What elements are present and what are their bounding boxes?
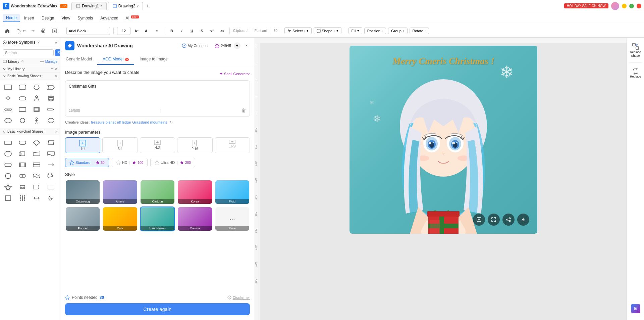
menu-symbols[interactable]: Symbols xyxy=(74,14,96,22)
tab-drawing2[interactable]: Drawing2 × xyxy=(108,2,143,10)
strikethrough-button[interactable]: S xyxy=(198,27,206,35)
select-dropdown[interactable]: Select ↓ ▾ xyxy=(284,27,312,34)
undo-button[interactable]: ↩ xyxy=(14,27,28,35)
close-ai-panel-button[interactable]: × xyxy=(243,42,250,49)
italic-button[interactable]: I xyxy=(178,27,186,35)
ratio-16-9[interactable]: 16:9 xyxy=(215,137,250,153)
add-credits-button[interactable]: + xyxy=(234,42,240,49)
fc-pill[interactable] xyxy=(16,171,29,181)
collapse-sidebar-button[interactable]: « xyxy=(55,40,57,45)
create-again-button[interactable]: Create again xyxy=(65,303,250,315)
ratio-9-16[interactable]: 9:16 xyxy=(177,137,212,153)
spell-generator-button[interactable]: ✦ Spell Generator xyxy=(219,71,250,76)
shape-stick-figure[interactable] xyxy=(31,116,43,126)
fc-angular[interactable] xyxy=(31,182,43,192)
holiday-badge[interactable]: HOLIDAY SALE ON NOW xyxy=(564,3,608,8)
idea-elf-ledge[interactable]: elf ledge xyxy=(117,120,131,124)
menu-insert[interactable]: Insert xyxy=(21,14,38,22)
shape-bracket-rect[interactable] xyxy=(31,104,43,115)
shape-ellipse[interactable] xyxy=(2,116,14,126)
shape-cylinder[interactable] xyxy=(45,93,57,103)
fc-diamond[interactable] xyxy=(31,138,43,148)
superscript-button[interactable]: x² xyxy=(208,27,216,35)
position-dropdown[interactable]: Position ↓ xyxy=(364,28,386,34)
idea-grassland[interactable]: Grassland mountains xyxy=(132,120,167,124)
idea-treasure-planet[interactable]: treasure planet xyxy=(91,120,115,124)
fc-arrows[interactable] xyxy=(31,193,43,203)
shape-diamond-sm[interactable] xyxy=(2,93,14,103)
redo-button[interactable]: ↪ xyxy=(30,28,37,34)
style-hand-drawn[interactable]: Hand drawn xyxy=(140,207,175,231)
home-button[interactable] xyxy=(3,27,12,35)
style-more[interactable]: ··· More xyxy=(215,207,250,231)
style-cute[interactable]: Cute xyxy=(102,207,138,231)
decrease-font-button[interactable]: A- xyxy=(143,27,151,35)
subscript-button[interactable]: x₂ xyxy=(218,27,226,35)
shape-rounded-rect2[interactable] xyxy=(16,93,29,103)
style-portrait[interactable]: Portrait xyxy=(65,207,100,231)
shape-person[interactable] xyxy=(31,93,43,103)
user-avatar[interactable] xyxy=(611,2,619,10)
clear-prompt-button[interactable]: 🗑 xyxy=(241,108,246,113)
style-xianxia[interactable]: Xianxia xyxy=(177,207,212,231)
fc-star[interactable] xyxy=(2,182,14,192)
fc-square[interactable] xyxy=(2,193,14,203)
save-to-shape-button[interactable] xyxy=(473,214,485,226)
ratio-3-4[interactable]: 3:4 xyxy=(102,137,138,153)
menu-advanced[interactable]: Advanced xyxy=(97,14,121,22)
shape-hexagon[interactable] xyxy=(31,82,43,92)
fc-double-rect[interactable] xyxy=(45,182,57,192)
align-button[interactable]: ≡ xyxy=(153,27,161,35)
tab-close-drawing1[interactable]: × xyxy=(100,4,102,8)
increase-font-button[interactable]: A+ xyxy=(132,27,141,35)
bold-button[interactable]: B xyxy=(168,27,176,35)
ratio-4-3[interactable]: 4:3 xyxy=(140,137,175,153)
quality-ultra-hd[interactable]: Ultra HD | 200 xyxy=(150,158,195,167)
style-origin-acg[interactable]: Origin-acg xyxy=(65,180,100,204)
fc-paper[interactable] xyxy=(31,160,43,170)
fc-brace[interactable] xyxy=(16,193,29,203)
fc-arrow[interactable] xyxy=(45,160,57,170)
fill-dropdown[interactable]: Fill ▾ xyxy=(348,27,362,34)
maximize-button[interactable] xyxy=(629,4,634,8)
new-tab-button[interactable]: + xyxy=(144,3,151,9)
shape-rounded-corner[interactable] xyxy=(16,104,29,115)
fc-rect[interactable] xyxy=(2,138,14,148)
search-input[interactable] xyxy=(3,49,54,56)
style-fluid[interactable]: Fluid xyxy=(215,180,250,204)
menu-view[interactable]: View xyxy=(58,14,73,22)
fc-cloud[interactable] xyxy=(45,171,57,181)
add-to-library-button[interactable]: + xyxy=(51,66,54,71)
fc-tape[interactable] xyxy=(31,171,43,181)
replace-button[interactable]: Replace xyxy=(628,65,643,80)
menu-design[interactable]: Design xyxy=(38,14,57,22)
underline-button[interactable]: U xyxy=(188,27,196,35)
shape-chevron[interactable] xyxy=(45,82,57,92)
manage-button[interactable]: Manage xyxy=(45,60,57,63)
download-button[interactable] xyxy=(517,214,529,226)
refresh-ideas-button[interactable]: ↻ xyxy=(168,120,174,125)
group-dropdown[interactable]: Group ↓ xyxy=(388,28,407,34)
prompt-textarea[interactable]: Christmas Gifts xyxy=(69,84,246,104)
disclaimer-link[interactable]: Disclaimer xyxy=(233,295,250,300)
menu-ai[interactable]: AI HOT xyxy=(122,14,143,22)
fc-rounded2[interactable] xyxy=(2,149,14,159)
shape-circle[interactable] xyxy=(16,116,29,126)
tab-generic-model[interactable]: Generic Model xyxy=(60,54,97,65)
quality-standard[interactable]: Standard | 50 xyxy=(65,158,109,167)
minimize-button[interactable] xyxy=(622,4,627,8)
close-flowchart-shapes-button[interactable]: × xyxy=(55,129,57,134)
search-button[interactable]: Search xyxy=(55,49,60,56)
shape-arrow-right[interactable] xyxy=(45,104,57,115)
tab-close-drawing2[interactable]: × xyxy=(137,4,139,8)
fc-document[interactable] xyxy=(45,149,57,159)
style-korea[interactable]: Korea xyxy=(177,180,212,204)
shape-yes[interactable]: Yes xyxy=(2,104,14,115)
quality-hd[interactable]: HD | 100 xyxy=(112,158,148,167)
fc-crescent[interactable] xyxy=(16,182,29,192)
menu-home[interactable]: Home xyxy=(3,14,20,22)
shape-blob[interactable] xyxy=(45,116,57,126)
close-library-button[interactable]: × xyxy=(55,66,57,71)
replace-shape-button[interactable]: ReplaceShape xyxy=(628,40,643,60)
fc-drum[interactable] xyxy=(16,149,29,159)
